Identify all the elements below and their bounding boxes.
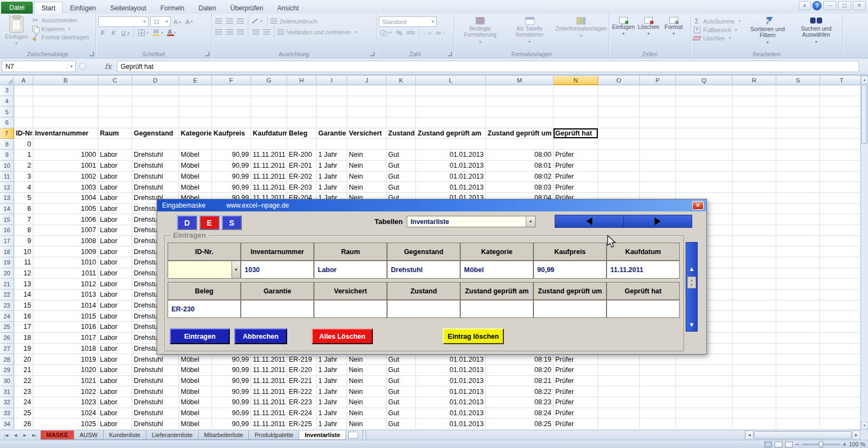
field-value-versichert[interactable]: [314, 300, 387, 318]
cell-F31[interactable]: 90,99: [212, 386, 251, 397]
cell-M6[interactable]: [486, 117, 554, 128]
cell-T21[interactable]: [820, 279, 860, 290]
field-value-zustand-geprüft-um[interactable]: [533, 300, 607, 318]
cell-I28[interactable]: 1 Jahr: [317, 354, 347, 365]
cell-D33[interactable]: Drehstuhl: [132, 408, 179, 419]
format-as-table-button[interactable]: Als Tabelle formatieren ▼: [504, 15, 554, 50]
cell-K3[interactable]: [387, 85, 416, 96]
cell-J11[interactable]: Nein: [347, 172, 387, 182]
cell-S4[interactable]: [776, 96, 820, 107]
cell-E29[interactable]: Möbel: [179, 365, 212, 376]
cell-E33[interactable]: Möbel: [179, 408, 212, 419]
cell-H11[interactable]: ER-202: [287, 172, 317, 182]
tab-start[interactable]: Start: [34, 2, 63, 14]
cell-N8[interactable]: [554, 139, 598, 150]
last-sheet-icon[interactable]: ▶|: [30, 432, 38, 439]
cell-N30[interactable]: Prüfer: [554, 376, 598, 387]
column-header-S[interactable]: S: [776, 76, 820, 85]
cell-Q28[interactable]: [676, 354, 733, 365]
cell-H28[interactable]: ER-219: [287, 354, 317, 365]
cell-I7[interactable]: Garantie: [317, 128, 347, 139]
cell-C7[interactable]: Raum: [98, 128, 132, 139]
column-header-A[interactable]: A: [14, 76, 33, 85]
tab-formeln[interactable]: Formeln: [153, 2, 192, 14]
cell-Q29[interactable]: [676, 365, 733, 376]
cell-M3[interactable]: [486, 85, 554, 96]
row-header-15[interactable]: 15: [0, 214, 14, 225]
cell-O6[interactable]: [598, 117, 640, 128]
row-header-23[interactable]: 23: [0, 300, 14, 311]
cell-G8[interactable]: [251, 139, 287, 150]
cell-Q6[interactable]: [676, 117, 733, 128]
column-header-T[interactable]: T: [820, 76, 860, 85]
cell-P29[interactable]: [640, 365, 676, 376]
cell-D9[interactable]: Drehstuhl: [132, 150, 179, 161]
cell-G9[interactable]: 11.11.2011: [251, 150, 287, 161]
cell-E6[interactable]: [179, 117, 212, 128]
cell-P3[interactable]: [640, 85, 676, 96]
cell-E7[interactable]: Kategorie: [179, 128, 212, 139]
cell-H4[interactable]: [287, 96, 317, 107]
cell-B8[interactable]: [33, 139, 98, 150]
cell-S22[interactable]: [776, 290, 820, 300]
field-value-inventarnummer[interactable]: 1030: [241, 261, 314, 279]
cell-A18[interactable]: 10: [14, 246, 33, 257]
zahl-dialog-launcher-icon[interactable]: [448, 52, 452, 56]
field-value-kategorie[interactable]: Möbel: [460, 261, 533, 279]
cell-F3[interactable]: [212, 85, 251, 96]
cell-S6[interactable]: [776, 117, 820, 128]
cell-C30[interactable]: Labor: [98, 376, 132, 387]
row-header-4[interactable]: 4: [0, 96, 14, 107]
cell-Q10[interactable]: [676, 161, 733, 172]
next-sheet-icon[interactable]: ▶: [21, 432, 29, 439]
cell-N33[interactable]: Prüfer: [554, 408, 598, 419]
cell-T23[interactable]: [820, 300, 860, 311]
cell-T17[interactable]: [820, 236, 860, 247]
cell-O7[interactable]: [598, 128, 640, 139]
cell-T31[interactable]: [820, 386, 860, 397]
vertical-scrollbar[interactable]: ▲ ▼: [860, 76, 868, 430]
cell-P6[interactable]: [640, 117, 676, 128]
cell-I5[interactable]: [317, 107, 347, 117]
align-bottom-button[interactable]: [236, 16, 245, 26]
cell-T12[interactable]: [820, 182, 860, 193]
cell-L30[interactable]: 01.01.2013: [416, 376, 486, 387]
cell-L28[interactable]: 01.01.2013: [416, 354, 486, 365]
cell-S17[interactable]: [776, 236, 820, 247]
cell-R15[interactable]: [733, 214, 776, 225]
cell-K12[interactable]: Gut: [387, 182, 416, 193]
cell-B21[interactable]: 1012: [33, 279, 98, 290]
row-header-6[interactable]: 6: [0, 117, 14, 128]
cell-G11[interactable]: 11.11.2011: [251, 172, 287, 182]
cell-S10[interactable]: [776, 161, 820, 172]
row-header-29[interactable]: 29: [0, 365, 14, 376]
cell-S11[interactable]: [776, 172, 820, 182]
column-header-P[interactable]: P: [640, 76, 676, 85]
cell-A32[interactable]: 24: [14, 397, 33, 408]
cell-C14[interactable]: Labor: [98, 204, 132, 215]
cell-A5[interactable]: [14, 107, 33, 117]
column-header-E[interactable]: E: [179, 76, 212, 85]
cell-E28[interactable]: Möbel: [179, 354, 212, 365]
cell-R18[interactable]: [733, 246, 776, 257]
row-header-33[interactable]: 33: [0, 408, 14, 419]
orientation-button[interactable]: ▼: [251, 16, 264, 26]
cell-R3[interactable]: [733, 85, 776, 96]
number-format-select[interactable]: Standard▼: [379, 16, 437, 27]
cell-M30[interactable]: 08:21: [486, 376, 554, 387]
cell-A27[interactable]: 19: [14, 344, 33, 355]
tab-ansicht[interactable]: Ansicht: [270, 2, 306, 14]
cell-G34[interactable]: 11.11.2011: [251, 418, 287, 429]
cell-P32[interactable]: [640, 397, 676, 408]
column-header-H[interactable]: H: [287, 76, 317, 85]
fill-color-button[interactable]: ▼: [152, 28, 165, 38]
cell-T33[interactable]: [820, 408, 860, 419]
previous-sheet-icon[interactable]: ◀: [11, 432, 20, 439]
cell-B18[interactable]: 1009: [33, 246, 98, 257]
column-header-M[interactable]: M: [486, 76, 554, 85]
font-size-select[interactable]: 11▼: [150, 16, 171, 27]
cell-T6[interactable]: [820, 117, 860, 128]
cell-D10[interactable]: Drehstuhl: [132, 161, 179, 172]
cell-F33[interactable]: 90,99: [212, 408, 251, 419]
cell-F32[interactable]: 90,99: [212, 397, 251, 408]
